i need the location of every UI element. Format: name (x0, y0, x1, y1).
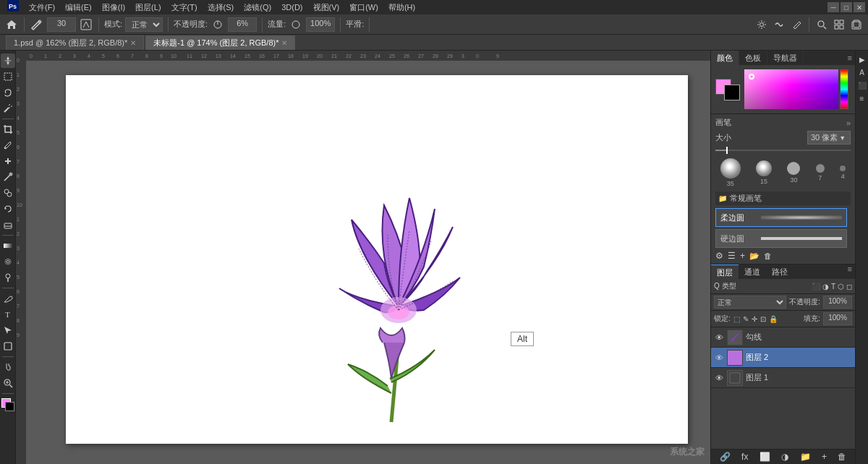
menu-image[interactable]: 图像(I) (98, 0, 129, 14)
grid-icon[interactable] (832, 17, 846, 32)
brush-folder-icon[interactable]: 📂 (749, 252, 760, 261)
lock-artboard-icon[interactable]: ⊡ (760, 315, 766, 323)
smart-filter-icon[interactable]: ◻ (846, 283, 852, 291)
brush-delete-icon[interactable]: 🗑 (764, 252, 772, 260)
menu-text[interactable]: 文字(T) (167, 0, 202, 14)
new-group-btn[interactable]: 📁 (800, 452, 811, 462)
opacity-pressure-icon[interactable] (210, 17, 225, 32)
fg-bg-color-selector[interactable] (1, 398, 14, 411)
new-adjustment-btn[interactable]: ◑ (781, 452, 788, 462)
zoom-tool[interactable] (1, 376, 15, 390)
dodge-tool[interactable] (1, 270, 15, 285)
blend-mode-select[interactable]: 正常 (714, 296, 786, 309)
menu-3d[interactable]: 3D(D) (277, 0, 307, 14)
move-tool[interactable] (1, 53, 15, 68)
shape-filter-icon[interactable]: ⬡ (838, 283, 844, 291)
fill-value[interactable]: 100% (823, 312, 852, 325)
brush-tool[interactable] (1, 170, 15, 184)
layer-row-outline[interactable]: 👁 勾线 (711, 327, 855, 348)
healing-tool[interactable] (1, 154, 15, 168)
lasso-tool[interactable] (1, 85, 15, 100)
menu-ps[interactable]: Ps (3, 0, 23, 14)
brush-size-value[interactable]: 30 像素 ▼ (807, 131, 851, 145)
brush-tool-icon[interactable] (30, 17, 44, 32)
magic-wand-tool[interactable] (1, 101, 15, 116)
brush-new-icon[interactable]: + (740, 251, 745, 261)
adjustment-filter-icon[interactable]: ◑ (822, 283, 829, 291)
close-btn[interactable]: ✕ (854, 2, 865, 12)
text-filter-icon[interactable]: T (831, 283, 835, 291)
delete-layer-btn[interactable]: 🗑 (838, 452, 846, 462)
pen-tool[interactable] (1, 291, 15, 306)
flow-value[interactable]: 100% (306, 17, 335, 32)
crop-tool[interactable] (1, 122, 15, 137)
brush-preset-15[interactable] (756, 160, 772, 176)
canvas-workspace[interactable]: Alt (26, 61, 710, 464)
color-spectrum[interactable] (744, 69, 838, 109)
menu-edit[interactable]: 编辑(E) (61, 0, 96, 14)
soft-brush-preset[interactable]: 柔边圆 (715, 208, 847, 227)
panel-menu-btn[interactable]: ≡ (845, 53, 855, 62)
layer-row-2[interactable]: 👁 图层 2 (711, 348, 855, 368)
layer-eye-outline[interactable]: 👁 (714, 332, 724, 343)
settings-icon[interactable] (754, 17, 769, 32)
history-tool[interactable] (1, 202, 15, 216)
window-icon[interactable] (849, 17, 864, 32)
tab1-close[interactable]: ✕ (130, 39, 136, 47)
text-tool[interactable]: T (1, 307, 15, 322)
brush-shape-icon[interactable] (79, 17, 93, 32)
brush-size-slider[interactable] (715, 147, 851, 154)
brush-settings-icon[interactable]: ⚙ (715, 251, 723, 261)
common-brushes-header[interactable]: 📁 常规画笔 (715, 192, 851, 205)
strip-btn-1[interactable]: ▶ (856, 53, 868, 65)
swatch-tab[interactable]: 色板 (739, 51, 767, 65)
brush-smooth-icon[interactable] (772, 17, 786, 32)
erase-icon[interactable] (789, 17, 804, 32)
restore-btn[interactable]: □ (841, 2, 852, 12)
search-icon[interactable] (814, 17, 829, 32)
menu-file[interactable]: 文件(F) (25, 0, 59, 14)
brush-preset-35[interactable] (720, 158, 741, 179)
lock-position-icon[interactable]: ✛ (752, 315, 757, 323)
eraser-tool[interactable] (1, 218, 15, 232)
menu-view[interactable]: 视图(V) (309, 0, 344, 14)
background-color[interactable] (724, 85, 740, 100)
link-layers-btn[interactable]: 🔗 (720, 452, 731, 462)
tab2-close[interactable]: ✕ (281, 39, 287, 47)
lock-all-icon[interactable]: 🔒 (769, 315, 778, 323)
navigator-tab[interactable]: 导航器 (767, 51, 804, 65)
channels-tab[interactable]: 通道 (739, 265, 766, 279)
brush-list-icon[interactable]: ☰ (728, 251, 736, 261)
mode-select[interactable]: 正常 (125, 17, 163, 32)
flow-pressure-icon[interactable] (289, 17, 303, 32)
layers-menu-btn[interactable]: ≡ (845, 265, 855, 279)
brush-preset-30[interactable] (787, 162, 800, 175)
layer-row-1[interactable]: 👁 图层 1 (711, 368, 855, 388)
path-select-tool[interactable] (1, 323, 15, 338)
opacity-value[interactable]: 6% (228, 17, 257, 32)
strip-btn-4[interactable]: ≡ (856, 93, 868, 104)
hand-tool[interactable] (1, 360, 15, 374)
marquee-tool[interactable] (1, 69, 15, 84)
color-tab[interactable]: 颜色 (711, 51, 739, 65)
tab-file2[interactable]: 未标题-1 @ 174% (图层 2, RGB/8)* ✕ (145, 35, 295, 50)
lock-paint-icon[interactable]: ✎ (743, 315, 749, 323)
lock-transparent-icon[interactable]: ⬚ (733, 315, 740, 323)
opacity-value[interactable]: 100% (823, 296, 852, 309)
pixel-filter-icon[interactable]: ⬛ (812, 283, 820, 291)
menu-select[interactable]: 选择(S) (203, 0, 239, 14)
menu-window[interactable]: 窗口(W) (345, 0, 383, 14)
brush-preset-4[interactable] (840, 166, 846, 171)
add-style-btn[interactable]: fx (741, 452, 748, 462)
layer-eye-2[interactable]: 👁 (714, 353, 724, 363)
paths-tab[interactable]: 路径 (766, 265, 793, 279)
strip-btn-2[interactable]: A (856, 66, 868, 78)
shape-tool[interactable] (1, 339, 15, 353)
layers-tab[interactable]: 图层 (711, 265, 739, 279)
minimize-btn[interactable]: ─ (827, 2, 839, 12)
menu-filter[interactable]: 滤镜(Q) (239, 0, 276, 14)
brush-preset-7[interactable] (816, 164, 825, 173)
canvas-container[interactable]: 0 1 2 3 4 5 6 7 8 9 10 11 12 13 14 15 16… (26, 51, 710, 464)
gradient-tool[interactable] (1, 239, 15, 253)
fg-bg-colors[interactable] (715, 79, 740, 100)
